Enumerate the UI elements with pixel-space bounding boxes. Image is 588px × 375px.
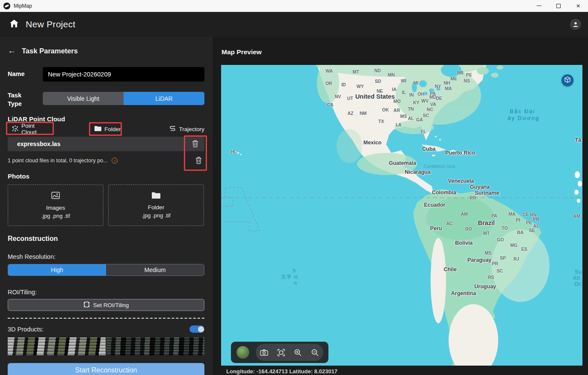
map-label: Suriname (475, 190, 499, 196)
file-summary-text: 1 point cloud files in total, 0 trajecto… (8, 158, 107, 164)
start-reconstruction-button[interactable]: Start Reconstruction (8, 363, 204, 375)
map-label: SP (500, 255, 506, 261)
map-label: SD (375, 79, 381, 84)
delete-file-icon[interactable] (192, 140, 198, 149)
task-type-label: Task Type (8, 91, 33, 108)
mesh-medium-button[interactable]: Medium (106, 264, 204, 275)
map-label: NV (335, 94, 341, 99)
map-label: LA (396, 122, 402, 127)
map-label: IL (402, 90, 406, 95)
map-label: MA (445, 86, 452, 91)
fit-extent-icon[interactable] (275, 346, 287, 359)
map-label: KY (413, 100, 420, 105)
file-name: expressbox.las (17, 141, 60, 147)
map-label: MS (400, 114, 407, 119)
tab-trajectory[interactable]: Trajectory (169, 126, 204, 132)
point-cloud-file-row[interactable]: expressbox.las (8, 137, 204, 151)
add-folder-card[interactable]: Folder .jpg .png .tif (108, 185, 204, 226)
map-labels: United StatesMexicoCubaPuerto RicoGuatem… (221, 65, 582, 366)
screenshot-camera-icon[interactable] (258, 346, 271, 359)
app-header: New Project (0, 12, 588, 37)
map-label: WY (357, 84, 364, 89)
map-label: NS (464, 78, 470, 83)
close-button[interactable]: ✕ (568, 0, 588, 12)
zoom-out-icon[interactable] (308, 346, 321, 359)
map-label: SE (529, 228, 535, 233)
zoom-in-icon[interactable] (292, 346, 304, 359)
home-icon[interactable] (9, 19, 19, 29)
map-label: Su (575, 269, 582, 275)
map-label: UT (347, 96, 353, 101)
mesh-high-button[interactable]: High (8, 264, 106, 275)
lidar-section-title: LiDAR Point Cloud (8, 115, 65, 123)
products-toggle[interactable] (189, 325, 204, 333)
map-label: United States (355, 93, 395, 100)
map-label: Tâ (575, 137, 582, 143)
maximize-button[interactable] (549, 0, 568, 12)
map-label: NB (457, 70, 464, 75)
task-type-visible-light-button[interactable]: Visible Light (43, 92, 124, 105)
map-label: Ecuador (424, 202, 445, 208)
products-label: 3D Products: (8, 326, 44, 333)
name-label: Name (8, 70, 25, 77)
map-label: VA (430, 102, 436, 107)
delete-all-icon[interactable] (195, 157, 202, 166)
task-type-lidar-button[interactable]: LiDAR (124, 92, 204, 105)
mesh-resolution-segment: High Medium (8, 264, 204, 276)
photos-section-title: Photos (8, 173, 30, 180)
map-label: Chile (443, 267, 457, 272)
roi-tiling-label: ROI/Tiling: (8, 289, 37, 296)
map-label: TN (408, 106, 414, 111)
map-label: Cuba (422, 146, 435, 152)
map-label: ES (521, 246, 527, 252)
map-label: h (293, 268, 296, 274)
map-label: RO (465, 226, 472, 231)
map-label: Brazil (478, 220, 495, 226)
product-thumbnail-pointcloud[interactable] (106, 337, 204, 355)
map-label: ID (341, 82, 346, 87)
product-thumbnail-mesh[interactable] (8, 337, 106, 355)
basemap-thumbnail[interactable] (236, 346, 250, 359)
map-canvas[interactable]: United StatesMexicoCubaPuerto RicoGuatem… (221, 65, 582, 366)
map-label: 太平 ic (281, 273, 298, 281)
add-images-card[interactable]: Images .jpg .png .tif (8, 185, 103, 226)
map-label: SC (496, 268, 503, 273)
map-label: RR (470, 195, 476, 200)
map-label: Venezuela (448, 178, 474, 184)
map-label: Uruguay (474, 284, 496, 290)
info-icon[interactable]: i (112, 158, 118, 164)
set-roi-tiling-button[interactable]: Set ROI/Tiling (8, 299, 204, 311)
map-label: PR (492, 261, 498, 266)
map-label: PA (491, 213, 497, 218)
reconstruction-section-title: Reconstruction (8, 235, 58, 243)
file-summary-row: 1 point cloud files in total, 0 trajecto… (8, 158, 118, 164)
map-preview-title: Map Preview (222, 48, 262, 56)
back-button[interactable]: ← (8, 46, 16, 56)
roi-crop-icon (83, 302, 90, 309)
map-label: Mexico (363, 140, 381, 146)
map-3d-toggle-button[interactable] (561, 74, 573, 86)
page-title: New Project (26, 19, 76, 29)
map-label: Atl (573, 275, 580, 281)
minimize-button[interactable] (529, 0, 549, 12)
app-logo-icon (3, 3, 10, 9)
project-name-input[interactable] (43, 67, 204, 82)
map-label: AC (446, 221, 452, 226)
map-label: MT (483, 231, 490, 236)
folder-icon (95, 126, 101, 132)
map-label: MI (414, 80, 419, 85)
map-label: Peru (430, 226, 442, 231)
tab-point-cloud[interactable]: Point Cloud (12, 123, 45, 135)
map-label: RJ (514, 256, 519, 261)
map-label: Colombia (432, 190, 456, 196)
map-label: WV (421, 98, 428, 103)
map-toolbar (231, 342, 328, 363)
map-label: NE (377, 88, 383, 94)
user-avatar[interactable] (570, 19, 581, 30)
tab-folder[interactable]: Folder (95, 126, 121, 132)
map-label: PE (466, 72, 472, 77)
map-label: n (294, 280, 297, 286)
map-label: WI (401, 78, 406, 83)
map-label: AM (461, 211, 468, 217)
map-label: SC (423, 113, 429, 118)
